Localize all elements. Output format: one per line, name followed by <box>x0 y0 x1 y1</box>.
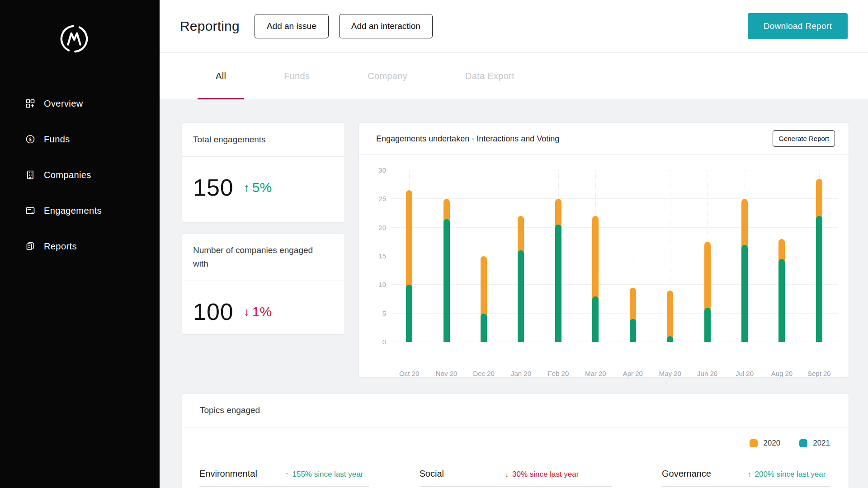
topic-social: Social 30% since last year <box>420 469 612 487</box>
sidebar-nav: Overview $ Funds <box>0 93 160 257</box>
company-logo[interactable] <box>0 0 160 54</box>
bar-segment-2021 <box>704 308 711 342</box>
bar-segment-2021 <box>443 219 450 342</box>
y-axis: 051015202530 <box>369 170 391 342</box>
trend-arrow-icon <box>505 470 509 478</box>
bar-slot <box>428 170 465 342</box>
sidebar-item-companies[interactable]: Companies <box>0 164 160 186</box>
topic-environmental: Environmental 155% since last year <box>199 469 369 487</box>
bar-slot <box>391 170 428 342</box>
bar-segment-2021 <box>555 225 561 342</box>
tab-funds[interactable]: Funds <box>266 53 328 99</box>
x-tick-label: Dec 20 <box>465 370 502 377</box>
bar-slot <box>577 170 614 342</box>
topic-delta: 30% since last year <box>505 470 579 479</box>
topics-row: Environmental 155% since last year Socia… <box>182 448 849 487</box>
y-tick-label: 20 <box>378 224 386 231</box>
x-tick-label: Aug 20 <box>763 370 800 377</box>
add-issue-button[interactable]: Add an issue <box>255 14 329 38</box>
tab-bar: All Funds Company Data Export <box>160 53 868 99</box>
legend-swatch-2020 <box>750 439 758 447</box>
bar-slots <box>391 170 838 342</box>
add-interaction-button[interactable]: Add an interaction <box>339 14 433 38</box>
bar-slot <box>465 170 502 342</box>
topic-delta: 155% since last year <box>285 470 363 479</box>
svg-text:$: $ <box>29 136 32 142</box>
bar-slot <box>614 170 651 342</box>
sidebar-item-funds[interactable]: $ Funds <box>0 128 160 150</box>
sidebar-item-label: Engagements <box>44 206 102 216</box>
x-tick-label: May 20 <box>651 370 689 377</box>
legend-item-2021: 2021 <box>799 439 830 448</box>
legend-label: 2021 <box>813 439 830 448</box>
y-tick-label: 25 <box>378 195 386 202</box>
documents-icon <box>25 241 36 252</box>
bar-segment-2021 <box>741 245 748 342</box>
download-report-button[interactable]: Download Report <box>748 13 848 39</box>
x-axis: Oct 20Nov 20Dec 20Jan 20Feb 20Mar 20Apr … <box>391 370 838 377</box>
tab-company[interactable]: Company <box>349 53 425 99</box>
stat-card-total-engagements: Total engagements 150 5% <box>182 122 345 223</box>
app-root: Overview $ Funds <box>0 0 868 488</box>
topic-label: Social <box>420 469 505 479</box>
y-tick-label: 15 <box>378 252 386 260</box>
topic-delta: 200% since last year <box>748 470 826 479</box>
stat-value: 150 <box>193 174 234 201</box>
topic-delta-value: 30% since last year <box>512 470 579 479</box>
chart-legend: 2020 2021 <box>182 427 849 448</box>
topics-title: Topics engaged <box>200 404 838 417</box>
stats-column: Total engagements 150 5% Number of <box>182 122 345 378</box>
bar-slot <box>726 170 763 342</box>
bar-segment-2021 <box>630 319 636 342</box>
x-tick-label: Nov 20 <box>428 370 465 377</box>
logo-m-icon <box>59 24 89 54</box>
topic-governance: Governance 200% since last year <box>662 469 830 487</box>
card-lines-icon <box>25 205 36 216</box>
x-tick-label: Apr 20 <box>614 370 651 377</box>
y-tick-label: 0 <box>382 338 386 346</box>
generate-report-button[interactable]: Generate Report <box>773 130 835 147</box>
topic-delta-value: 155% since last year <box>292 470 363 479</box>
sidebar-item-engagements[interactable]: Engagements <box>0 200 160 221</box>
stat-title: Total engagements <box>193 133 329 146</box>
dashboard-icon <box>25 98 36 109</box>
bar-slot <box>651 170 689 342</box>
x-tick-label: Jul 20 <box>726 370 763 377</box>
bar-segment-2021 <box>667 336 673 342</box>
bar-slot <box>763 170 800 342</box>
bar-slot <box>540 170 577 342</box>
legend-swatch-2021 <box>799 439 807 447</box>
tab-data-export[interactable]: Data Export <box>447 53 533 99</box>
dollar-circle-icon: $ <box>25 134 36 145</box>
sidebar-item-overview[interactable]: Overview <box>0 93 160 114</box>
x-tick-label: Oct 20 <box>391 370 428 377</box>
stat-delta-value: 5% <box>252 180 272 195</box>
topics-engaged-card: Topics engaged 2020 2021 Environmental <box>182 393 849 488</box>
tab-all[interactable]: All <box>198 53 244 99</box>
stat-card-companies-engaged: Number of companies engaged with 100 1% <box>182 233 345 334</box>
stat-delta-value: 1% <box>252 304 272 319</box>
page-title: Reporting <box>180 19 240 34</box>
legend-label: 2020 <box>763 439 780 448</box>
engagements-chart-card: Engagements undertaken - Interactions an… <box>359 122 849 378</box>
bar-slot <box>502 170 539 342</box>
x-tick-label: Feb 20 <box>540 370 577 377</box>
bar-segment-2021 <box>816 216 822 342</box>
sidebar-item-label: Companies <box>44 170 91 180</box>
bar-segment-2021 <box>778 259 785 342</box>
legend-item-2020: 2020 <box>750 439 780 448</box>
top-header: Reporting Add an issue Add an interactio… <box>160 0 868 53</box>
x-tick-label: Jun 20 <box>689 370 726 377</box>
sidebar-item-label: Reports <box>44 241 77 252</box>
bar-segment-2021 <box>518 250 524 342</box>
x-tick-label: Sept 20 <box>801 370 838 377</box>
sidebar-item-reports[interactable]: Reports <box>0 235 160 257</box>
sidebar-item-label: Overview <box>44 99 83 109</box>
chart-body: 051015202530 <box>359 155 849 361</box>
trend-arrow-icon <box>244 181 250 195</box>
stat-title: Number of companies engaged with <box>193 244 329 271</box>
bar-segment-2021 <box>592 296 599 342</box>
y-tick-label: 10 <box>378 281 386 288</box>
stat-delta: 5% <box>244 180 272 195</box>
main-area: Reporting Add an issue Add an interactio… <box>160 0 868 488</box>
